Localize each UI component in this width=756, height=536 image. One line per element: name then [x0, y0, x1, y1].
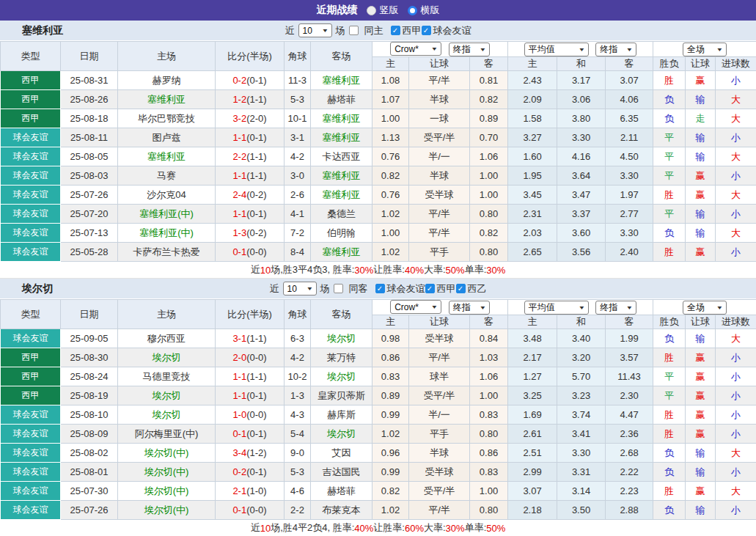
- score-cell: 2-0(0-0): [216, 348, 285, 367]
- layout-horizontal-option[interactable]: 横版: [408, 4, 440, 17]
- team-section: 塞维利亚 近 10 ▼ 场 同主 ✓西甲✓球会友谊: [0, 21, 756, 279]
- full-time-score: 3-4: [232, 447, 246, 458]
- league-type-badge: 球会友谊: [1, 482, 61, 501]
- col-header-home: 主场: [118, 300, 216, 329]
- matches-table: 类型 日期 主场 比分(半场) 角球 客场 Crow*▼ 终指▼ 平均值▼ 终指…: [0, 41, 756, 262]
- match-date: 25-08-26: [61, 90, 118, 109]
- summary-stat: 30%: [486, 265, 505, 276]
- league-checkbox[interactable]: ✓: [425, 284, 435, 293]
- half-time-score: (0-1): [246, 428, 266, 439]
- scope-dropdown-group: 全场▼: [653, 42, 756, 57]
- match-row: 西甲25-08-26塞维利亚1-2(1-1)5-3赫塔菲1.07半球0.822.…: [1, 90, 756, 109]
- crow-away-odds: 1.06: [470, 147, 508, 166]
- avg-home-odds: 2.03: [508, 224, 557, 243]
- result-handicap: 输: [686, 205, 716, 224]
- score-cell: 1-0(0-0): [216, 405, 285, 425]
- summary-stat: 30%: [446, 523, 465, 534]
- layout-vertical-option[interactable]: 竖版: [367, 4, 399, 17]
- result-handicap: 输: [686, 463, 716, 482]
- same-venue-checkbox[interactable]: [349, 26, 359, 35]
- crow-home-odds: 1.07: [373, 90, 409, 109]
- odds-stage-select[interactable]: 终指▼: [449, 43, 490, 56]
- score-cell: 0-1(0-0): [216, 243, 285, 262]
- match-date: 25-07-30: [61, 482, 118, 501]
- league-type-badge: 西甲: [1, 367, 61, 386]
- home-team: 毕尔巴鄂竞技: [118, 109, 216, 128]
- result-outcome: 平: [653, 386, 686, 405]
- half-time-score: (0-1): [246, 466, 266, 477]
- half-time-score: (0-0): [246, 246, 266, 257]
- col-header-corner: 角球: [285, 300, 311, 329]
- crow-home-odds: 0.89: [373, 386, 409, 405]
- sub-header: 客: [470, 57, 508, 71]
- full-time-score: 2-2: [232, 151, 246, 162]
- result-goals: 小: [716, 348, 756, 367]
- crow-away-odds: 0.80: [470, 243, 508, 262]
- bookmaker-select[interactable]: Crow*▼: [390, 42, 441, 56]
- match-row: 球会友谊25-09-05穆尔西亚3-1(1-1)6-3埃尔切0.98受半球0.8…: [1, 329, 756, 348]
- average-select[interactable]: 平均值▼: [524, 43, 589, 56]
- result-goals: 小: [716, 463, 756, 482]
- same-venue-label: 同主: [364, 24, 383, 37]
- same-venue-checkbox[interactable]: [334, 284, 343, 293]
- radio-selected-icon[interactable]: [408, 6, 417, 15]
- crow-handicap: 半/一: [409, 147, 470, 166]
- average-stage-select[interactable]: 终指▼: [595, 43, 636, 56]
- crow-handicap: 受半球: [409, 186, 470, 205]
- match-date: 25-08-05: [61, 147, 118, 166]
- full-time-score: 0-2: [232, 75, 246, 86]
- crow-home-odds: 0.86: [373, 348, 409, 367]
- result-handicap: 输: [686, 90, 716, 109]
- league-checkbox[interactable]: ✓: [456, 284, 466, 293]
- avg-home-odds: 1.27: [508, 367, 557, 386]
- match-date: 25-07-13: [61, 224, 118, 243]
- odds-stage-select[interactable]: 终指▼: [449, 301, 490, 315]
- match-count-select[interactable]: 10 ▼: [283, 282, 317, 295]
- away-team: 布莱克本: [311, 501, 373, 520]
- corner-score: 11-3: [285, 71, 311, 90]
- crow-handicap: 受平/半: [409, 482, 470, 501]
- scope-select[interactable]: 全场▼: [683, 301, 727, 315]
- col-header-away: 客场: [311, 300, 373, 329]
- match-date: 25-08-03: [61, 166, 118, 186]
- result-goals: 小: [716, 128, 756, 147]
- half-time-score: (1-2): [246, 447, 266, 458]
- league-checkbox[interactable]: ✓: [375, 284, 385, 293]
- avg-home-odds: 2.65: [508, 243, 557, 262]
- crow-handicap: 受半球: [409, 329, 470, 348]
- crow-home-odds: 0.82: [373, 166, 409, 186]
- crow-home-odds: 0.99: [373, 463, 409, 482]
- radio-unselected-icon[interactable]: [367, 6, 376, 15]
- average-stage-select[interactable]: 终指▼: [595, 301, 636, 315]
- match-row: 球会友谊25-05-28卡萨布兰卡热爱0-1(0-0)8-4塞维利亚1.02平手…: [1, 243, 756, 262]
- corner-score: 4-6: [285, 482, 311, 501]
- match-row: 球会友谊25-07-30埃尔切(中)2-1(1-0)4-6赫塔菲0.82受平/半…: [1, 482, 756, 501]
- match-row: 球会友谊25-08-05塞维利亚2-2(1-1)4-2卡达西亚0.76半/一1.…: [1, 147, 756, 166]
- match-date: 25-08-09: [61, 425, 118, 444]
- match-date: 25-05-28: [61, 243, 118, 262]
- bookmaker-select[interactable]: Crow*▼: [390, 300, 441, 314]
- games-label: 场: [320, 282, 330, 295]
- sub-header: 客: [606, 57, 653, 71]
- match-date: 25-07-26: [61, 186, 118, 205]
- summary-stat: 10: [260, 265, 271, 276]
- league-checkbox[interactable]: ✓: [391, 26, 400, 35]
- result-handicap: 赢: [686, 186, 716, 205]
- league-type-badge: 球会友谊: [1, 186, 61, 205]
- sub-header: 进球数: [716, 315, 756, 329]
- match-count-select[interactable]: 10 ▼: [298, 23, 332, 37]
- home-team: 塞维利亚: [118, 147, 216, 166]
- crow-handicap: 平/半: [409, 71, 470, 90]
- league-checkbox[interactable]: ✓: [422, 26, 431, 35]
- crow-home-odds: 0.76: [373, 186, 409, 205]
- summary-text: 近: [251, 521, 260, 535]
- page-title: 近期战绩: [317, 4, 358, 17]
- result-outcome: 负: [653, 224, 686, 243]
- result-outcome: 平: [653, 147, 686, 166]
- avg-away-odds: 2.22: [606, 463, 653, 482]
- result-handicap: 赢: [686, 482, 716, 501]
- average-select[interactable]: 平均值▼: [524, 301, 589, 315]
- score-cell: 2-2(1-1): [216, 147, 285, 166]
- scope-select[interactable]: 全场▼: [683, 43, 727, 56]
- crow-handicap: 平/半: [409, 205, 470, 224]
